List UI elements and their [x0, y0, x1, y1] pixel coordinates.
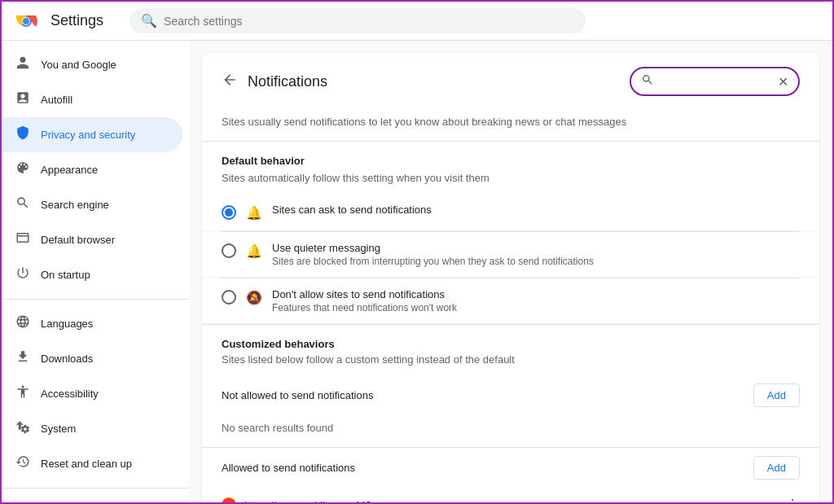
site-url: https://www.reddit.com:443 — [244, 499, 371, 503]
sidebar-item-reset-and-clean-up[interactable]: Reset and clean up — [2, 446, 182, 481]
bell-off-icon: 🔕 — [246, 290, 262, 305]
allowed-add-button[interactable]: Add — [753, 456, 800, 480]
notifications-search-box[interactable]: reddit ✕ — [630, 67, 800, 96]
search-icon: 🔍 — [141, 13, 157, 28]
sidebar-item-extensions[interactable]: Extensions ↗ — [2, 495, 182, 502]
sidebar-item-system[interactable]: System — [2, 411, 182, 446]
back-button[interactable] — [222, 72, 238, 92]
clear-search-button[interactable]: ✕ — [778, 74, 788, 90]
main-layout: You and Google Autofill Privacy and secu… — [2, 41, 832, 502]
customized-behaviors-desc: Sites listed below follow a custom setti… — [202, 352, 819, 375]
not-allowed-add-button[interactable]: Add — [753, 383, 800, 407]
radio-ask[interactable] — [222, 205, 236, 220]
search-engine-icon — [15, 195, 31, 214]
sidebar-item-languages[interactable]: Languages — [2, 306, 182, 341]
notifications-header-left: Notifications — [222, 72, 327, 92]
sidebar-label-autofill: Autofill — [41, 94, 72, 106]
sidebar-item-default-browser[interactable]: Default browser — [2, 222, 182, 257]
system-icon — [15, 419, 31, 438]
sidebar: You and Google Autofill Privacy and secu… — [2, 41, 189, 502]
notifications-description: Sites usually send notifications to let … — [202, 106, 819, 142]
sidebar-label-search-engine: Search engine — [41, 199, 109, 211]
more-options-icon[interactable]: ⋮ — [785, 496, 800, 502]
sidebar-label-you-and-google: You and Google — [41, 59, 116, 71]
sidebar-label-system: System — [41, 423, 76, 435]
page-title: Settings — [50, 12, 103, 29]
notifications-title: Notifications — [248, 73, 327, 90]
radio-option-dont-allow[interactable]: 🔕 Don't allow sites to send notification… — [202, 278, 819, 324]
radio-quieter-text: Use quieter messaging Sites are blocked … — [272, 242, 594, 267]
radio-ask-text: Sites can ask to send notifications — [272, 204, 432, 216]
radio-option-ask[interactable]: 🔔 Sites can ask to send notifications — [202, 194, 819, 231]
sidebar-divider-1 — [2, 299, 189, 300]
sidebar-label-accessibility: Accessibility — [41, 388, 99, 400]
radio-quieter-sublabel: Sites are blocked from interrupting you … — [272, 256, 594, 267]
allowed-label: Allowed to send notifications — [222, 462, 355, 474]
default-behavior-title: Default behavior — [202, 142, 819, 170]
chrome-logo-icon — [15, 10, 37, 33]
sidebar-label-appearance: Appearance — [41, 164, 98, 176]
sidebar-item-downloads[interactable]: Downloads — [2, 341, 182, 376]
appearance-icon — [15, 160, 31, 179]
radio-dont-allow-sublabel: Features that need notifications won't w… — [272, 302, 457, 313]
sidebar-item-privacy-and-security[interactable]: Privacy and security — [2, 117, 182, 152]
autofill-icon — [15, 90, 31, 109]
customized-behaviors-title: Customized behaviors — [202, 325, 819, 352]
content-area: Notifications reddit ✕ Sites usually sen… — [189, 41, 832, 502]
shield-icon — [15, 125, 31, 144]
sidebar-item-appearance[interactable]: Appearance — [2, 152, 182, 187]
sidebar-item-search-engine[interactable]: Search engine — [2, 187, 182, 222]
radio-dont-allow-text: Don't allow sites to send notifications … — [272, 288, 457, 313]
sidebar-label-downloads: Downloads — [41, 353, 93, 365]
radio-quieter[interactable] — [222, 243, 236, 258]
radio-option-quieter[interactable]: 🔔 Use quieter messaging Sites are blocke… — [202, 232, 819, 278]
site-left: r https://www.reddit.com:443 — [222, 497, 371, 502]
downloads-icon — [15, 349, 31, 368]
notifications-search-icon — [641, 73, 654, 90]
sidebar-item-autofill[interactable]: Autofill — [2, 82, 182, 117]
sidebar-label-on-startup: On startup — [41, 269, 90, 281]
top-bar: Settings 🔍 — [2, 2, 832, 41]
person-icon — [15, 55, 31, 74]
notifications-panel: Notifications reddit ✕ Sites usually sen… — [202, 54, 819, 502]
notifications-header: Notifications reddit ✕ — [202, 54, 819, 106]
accessibility-icon — [15, 384, 31, 403]
chevron-right-icon[interactable]: › — [775, 498, 779, 502]
svg-point-3 — [23, 18, 29, 24]
global-search-bar[interactable]: 🔍 — [129, 8, 586, 33]
reddit-favicon: r — [222, 497, 236, 502]
radio-ask-label: Sites can ask to send notifications — [272, 204, 432, 216]
sidebar-item-accessibility[interactable]: Accessibility — [2, 376, 182, 411]
languages-icon — [15, 314, 31, 333]
sidebar-divider-2 — [2, 488, 189, 489]
global-search-input[interactable] — [164, 15, 574, 28]
reset-icon — [15, 454, 31, 473]
on-startup-icon — [15, 265, 31, 284]
radio-dont-allow[interactable] — [222, 290, 236, 305]
radio-dont-allow-label: Don't allow sites to send notifications — [272, 288, 457, 300]
allowed-row: Allowed to send notifications Add — [202, 447, 819, 488]
bell-quieter-icon: 🔔 — [246, 243, 262, 259]
sidebar-item-on-startup[interactable]: On startup — [2, 257, 182, 292]
sidebar-item-you-and-google[interactable]: You and Google — [2, 47, 182, 82]
default-browser-icon — [15, 230, 31, 249]
no-search-results: No search results found — [202, 415, 819, 447]
sidebar-label-reset: Reset and clean up — [41, 458, 132, 470]
default-behavior-desc: Sites automatically follow this setting … — [202, 170, 819, 194]
site-actions: › ⋮ — [775, 496, 800, 502]
notifications-search-input[interactable]: reddit — [659, 75, 773, 88]
site-row-reddit: r https://www.reddit.com:443 › ⋮ — [202, 488, 819, 502]
not-allowed-label: Not allowed to send notifications — [222, 389, 373, 401]
sidebar-label-privacy: Privacy and security — [41, 129, 135, 141]
sidebar-label-languages: Languages — [41, 318, 93, 330]
bell-icon: 🔔 — [246, 205, 262, 221]
sidebar-label-default-browser: Default browser — [41, 234, 115, 246]
not-allowed-row: Not allowed to send notifications Add — [202, 375, 819, 415]
radio-quieter-label: Use quieter messaging — [272, 242, 594, 254]
